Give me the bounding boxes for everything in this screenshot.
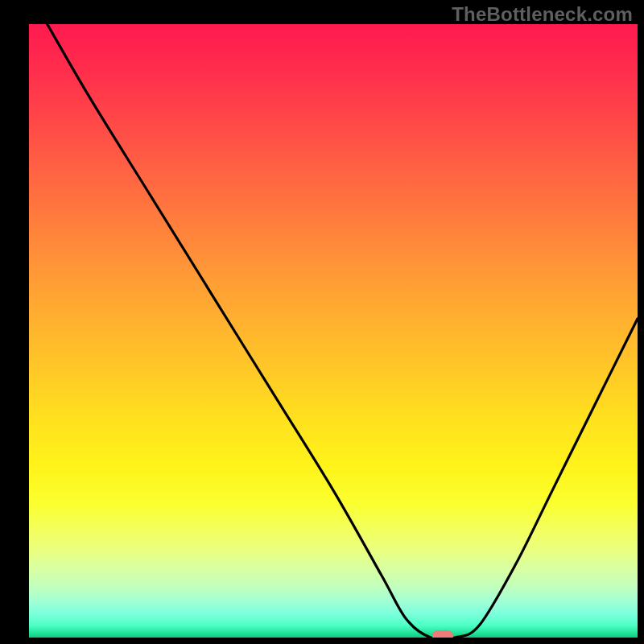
optimal-marker — [432, 630, 453, 638]
plot-area — [29, 24, 638, 638]
chart-frame: TheBottleneck.com — [0, 0, 644, 644]
bottleneck-curve — [29, 24, 638, 638]
watermark-text: TheBottleneck.com — [452, 3, 633, 26]
